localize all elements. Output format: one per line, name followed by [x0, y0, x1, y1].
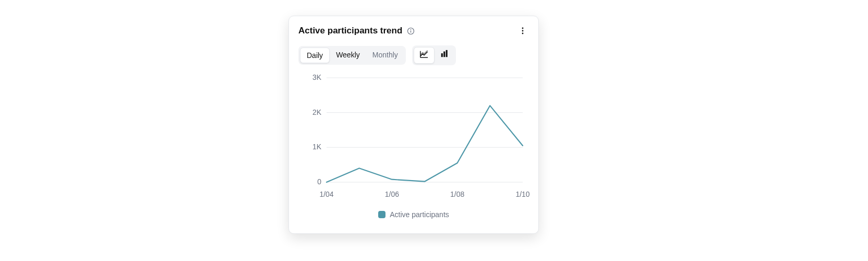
x-tick-2: 1/08	[450, 190, 464, 198]
svg-point-5	[522, 33, 524, 34]
chart-area: 0 1K 2K 3K 1/04 1/06 1/08 1/10	[298, 73, 529, 208]
period-segmented-control: Daily Weekly Monthly	[298, 46, 406, 65]
chart-type-line-button[interactable]	[414, 47, 435, 64]
info-icon[interactable]	[406, 27, 415, 35]
y-tick-1k: 1K	[312, 143, 322, 151]
card-header: Active participants trend	[298, 25, 529, 37]
svg-rect-6	[441, 53, 443, 57]
active-participants-card: Active participants trend	[288, 16, 539, 234]
chart-type-bar-button[interactable]	[435, 47, 454, 63]
svg-rect-2	[411, 30, 411, 32]
x-tick-1: 1/06	[385, 190, 399, 198]
svg-point-3	[522, 28, 524, 29]
legend-swatch-icon	[378, 211, 385, 218]
chart-legend: Active participants	[298, 210, 529, 219]
line-chart: 0 1K 2K 3K 1/04 1/06 1/08 1/10	[298, 73, 530, 208]
x-tick-0: 1/04	[319, 190, 333, 198]
controls-row: Daily Weekly Monthly	[298, 45, 529, 65]
period-tab-daily[interactable]: Daily	[300, 48, 330, 63]
svg-point-4	[522, 30, 524, 32]
legend-label: Active participants	[390, 210, 449, 219]
y-tick-3k: 3K	[312, 73, 322, 81]
period-tab-weekly[interactable]: Weekly	[330, 48, 366, 63]
card-title-wrap: Active participants trend	[298, 26, 415, 36]
svg-point-1	[410, 29, 411, 30]
y-tick-2k: 2K	[312, 108, 322, 116]
line-chart-icon	[419, 50, 429, 61]
series-line-active-participants	[327, 105, 523, 182]
svg-rect-7	[443, 52, 445, 57]
card-title: Active participants trend	[298, 26, 402, 36]
chart-type-segmented-control	[412, 45, 456, 65]
period-tab-monthly[interactable]: Monthly	[366, 48, 404, 63]
x-tick-3: 1/10	[515, 190, 529, 198]
more-options-button[interactable]	[516, 25, 529, 37]
bar-chart-icon	[440, 50, 449, 60]
svg-rect-8	[445, 50, 447, 57]
y-tick-0: 0	[317, 177, 321, 186]
